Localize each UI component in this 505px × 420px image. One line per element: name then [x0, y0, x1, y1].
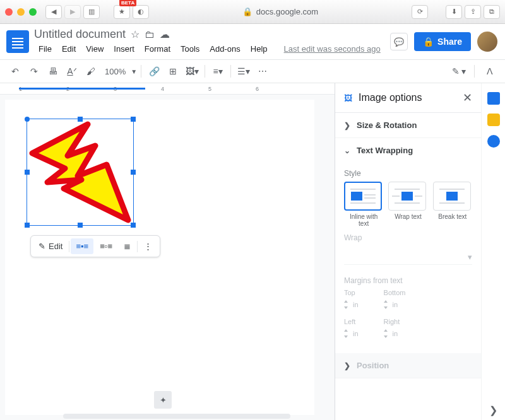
menu-addons[interactable]: Add-ons: [205, 42, 244, 55]
chevron-right-icon: ❯: [344, 121, 350, 130]
keep-addon-icon[interactable]: [487, 114, 500, 126]
resize-handle[interactable]: [78, 117, 83, 122]
document-pane[interactable]: 1 2 3 4 5 6 ✎Edit: [0, 83, 335, 420]
cloud-status-icon[interactable]: ☁: [160, 28, 170, 40]
document-title[interactable]: Untitled document: [34, 28, 126, 41]
margin-top-label: Top: [344, 289, 359, 296]
menu-tools[interactable]: Tools: [176, 42, 204, 55]
minimize-window-icon[interactable]: [17, 8, 25, 16]
document-page[interactable]: ✎Edit ≡▪≡ ≡▫≡ ≣ ⋮: [5, 100, 314, 415]
menu-help[interactable]: Help: [246, 42, 272, 55]
edit-image-button[interactable]: ✎Edit: [33, 238, 68, 254]
style-break-option[interactable]: Break text: [433, 182, 472, 227]
menu-format[interactable]: Format: [140, 42, 175, 55]
sidebar-toggle-button[interactable]: ▥: [83, 5, 100, 19]
lock-icon: 🔒: [242, 7, 252, 16]
horizontal-ruler[interactable]: 1 2 3 4 5 6: [0, 83, 335, 95]
star-icon[interactable]: ☆: [131, 28, 140, 40]
wrap-text-button[interactable]: ≡▫≡: [95, 238, 117, 254]
menu-insert[interactable]: Insert: [109, 42, 139, 55]
maximize-window-icon[interactable]: [29, 8, 37, 16]
right-rail: ❯: [481, 83, 505, 420]
image-button[interactable]: 🖼▾: [183, 63, 201, 79]
docs-logo-icon[interactable]: [6, 30, 29, 53]
menu-view[interactable]: View: [81, 42, 108, 55]
undo-button[interactable]: ↶: [6, 63, 24, 79]
image-icon: 🖼: [344, 93, 352, 103]
align-button[interactable]: ≡▾: [209, 63, 227, 79]
style-wrap-option[interactable]: Wrap text: [388, 182, 427, 227]
tasks-addon-icon[interactable]: [487, 135, 500, 148]
beta-badge: BETA: [119, 0, 136, 6]
redo-button[interactable]: ↷: [25, 63, 43, 79]
paint-format-button[interactable]: 🖌: [82, 63, 100, 79]
tabs-button[interactable]: ⧉: [484, 5, 500, 19]
resize-handle[interactable]: [25, 117, 30, 122]
line-spacing-button[interactable]: ☰▾: [235, 63, 252, 79]
pencil-icon: ✎: [39, 242, 45, 251]
reader-button[interactable]: ◐: [133, 5, 149, 19]
chevron-down-icon: ⌄: [344, 146, 350, 155]
stepper-icon: [384, 300, 389, 309]
margin-bottom-input: in: [384, 300, 406, 309]
more-button[interactable]: ⋯: [254, 63, 271, 79]
explore-button[interactable]: ✦: [154, 391, 172, 409]
margins-label: Margins from text: [344, 276, 472, 285]
extension-button[interactable]: ★BETA: [114, 5, 130, 19]
break-text-button[interactable]: ≣: [119, 238, 136, 254]
move-icon[interactable]: 🗀: [145, 29, 155, 40]
menu-file[interactable]: File: [34, 42, 56, 55]
account-avatar[interactable]: [477, 32, 497, 52]
browser-chrome: ◀ ▶ ▥ ★BETA ◐ 🔒 docs.google.com ⟳ ⬇ ⇪ ⧉: [0, 0, 505, 24]
sidebar-title: Image options: [359, 92, 422, 103]
link-button[interactable]: 🔗: [145, 63, 163, 79]
spellcheck-button[interactable]: Aᐟ: [63, 63, 81, 79]
last-edit-link[interactable]: Last edit was seconds ago: [280, 42, 385, 55]
comments-button[interactable]: 💬: [390, 33, 408, 50]
resize-handle[interactable]: [25, 170, 30, 175]
margin-right-input: in: [384, 329, 400, 338]
lightning-bolt-icon: [27, 119, 134, 226]
forward-button[interactable]: ▶: [64, 5, 81, 19]
close-window-icon[interactable]: [5, 8, 13, 16]
window-controls: [5, 8, 37, 16]
style-inline-option[interactable]: Inline with text: [344, 182, 383, 227]
editing-mode-button[interactable]: ✎ ▾: [450, 63, 468, 79]
image-context-toolbar: ✎Edit ≡▪≡ ≡▫≡ ≣ ⋮: [30, 235, 160, 257]
inline-wrap-button[interactable]: ≡▪≡: [71, 238, 93, 254]
text-wrapping-section[interactable]: ⌄Text Wrapping: [335, 138, 481, 163]
image-options-sidebar: 🖼 Image options ✕ ❯Size & Rotation ⌄Text…: [335, 83, 481, 420]
style-label: Style: [344, 169, 472, 178]
calendar-addon-icon[interactable]: [487, 92, 500, 105]
hide-menus-button[interactable]: ᐱ: [481, 63, 499, 79]
margin-left-input: in: [344, 329, 359, 338]
url-text: docs.google.com: [256, 7, 318, 16]
horizontal-scrollbar[interactable]: [63, 414, 290, 419]
margin-right-label: Right: [384, 318, 400, 325]
comment-add-button[interactable]: ⊞: [164, 63, 182, 79]
print-button[interactable]: 🖶: [44, 63, 62, 79]
collapse-rail-button[interactable]: ❯: [483, 398, 504, 420]
share-button[interactable]: 🔒 Share: [414, 32, 471, 51]
menu-bar: File Edit View Insert Format Tools Add-o…: [34, 42, 385, 55]
resize-handle[interactable]: [131, 223, 136, 228]
resize-handle[interactable]: [131, 170, 136, 175]
resize-handle[interactable]: [25, 223, 30, 228]
downloads-button[interactable]: ⬇: [446, 5, 462, 19]
size-rotation-section[interactable]: ❯Size & Rotation: [335, 113, 481, 138]
resize-handle[interactable]: [78, 223, 83, 228]
share-label: Share: [437, 37, 462, 47]
menu-edit[interactable]: Edit: [57, 42, 80, 55]
stepper-icon: [344, 329, 349, 338]
selected-image[interactable]: [27, 119, 134, 226]
share-os-button[interactable]: ⇪: [465, 5, 481, 19]
zoom-selector[interactable]: 100%: [101, 67, 129, 76]
reload-button[interactable]: ⟳: [412, 5, 428, 19]
address-bar[interactable]: 🔒 docs.google.com: [157, 7, 404, 16]
back-button[interactable]: ◀: [45, 5, 62, 19]
close-sidebar-button[interactable]: ✕: [463, 91, 472, 105]
resize-handle[interactable]: [131, 117, 136, 122]
image-more-button[interactable]: ⋮: [139, 238, 157, 254]
position-section: ❯Position: [335, 353, 481, 378]
wrap-label: Wrap: [344, 233, 472, 242]
